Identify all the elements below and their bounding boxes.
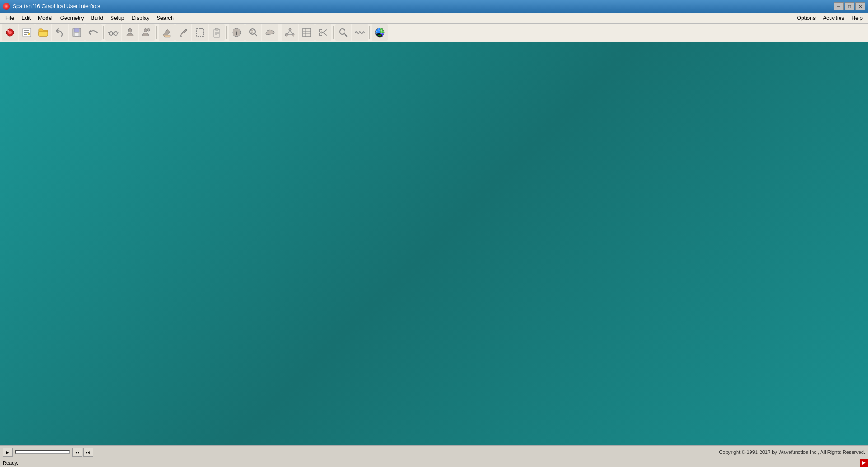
back-icon xyxy=(55,27,65,38)
molecule3d-button[interactable] xyxy=(282,24,298,41)
menu-right: Options Activities Help xyxy=(793,14,866,22)
wave-icon xyxy=(355,27,365,38)
magnifier-icon xyxy=(248,27,259,38)
copyright-text: Copyright © 1991-2017 by Wavefunction In… xyxy=(719,449,865,455)
menu-options[interactable]: Options xyxy=(793,14,819,22)
status-text: Ready. xyxy=(3,460,18,466)
svg-marker-55 xyxy=(862,461,866,465)
window-title: Spartan '16 Graphical User Interface xyxy=(13,3,100,9)
maximize-button[interactable]: □ xyxy=(845,2,854,10)
title-bar: Spartan '16 Graphical User Interface ─ □… xyxy=(0,0,868,13)
grid-button[interactable] xyxy=(299,24,315,41)
close-button[interactable]: ✕ xyxy=(855,2,865,10)
toolbar-sep-6 xyxy=(369,26,370,39)
status-flag-icon xyxy=(860,459,868,467)
toolbar-sep-2 xyxy=(156,26,157,39)
menu-bar: File Edit Model Geometry Build Setup Dis… xyxy=(0,13,868,24)
svg-text:i: i xyxy=(236,30,237,36)
pen-icon xyxy=(178,27,189,38)
svg-point-42 xyxy=(319,29,322,32)
menu-setup[interactable]: Setup xyxy=(107,13,128,23)
person2-icon xyxy=(141,27,152,38)
svg-rect-8 xyxy=(74,28,79,32)
new-doc-button[interactable] xyxy=(2,24,18,41)
search-button[interactable] xyxy=(335,24,351,41)
globe-icon xyxy=(374,27,385,38)
svg-point-15 xyxy=(128,28,132,32)
svg-point-41 xyxy=(319,33,322,36)
person1-icon xyxy=(125,27,135,38)
globe-button[interactable] xyxy=(372,24,388,41)
edit-icon xyxy=(21,27,32,38)
cloud-button[interactable] xyxy=(262,24,278,41)
molecule3d-icon xyxy=(285,27,295,38)
svg-point-29 xyxy=(251,30,253,32)
playback-controls: ▶ ⏮ ⏭ xyxy=(3,448,93,457)
eraser-icon xyxy=(161,27,172,38)
menu-model[interactable]: Model xyxy=(34,13,56,23)
folder-icon xyxy=(38,27,49,38)
save-icon xyxy=(71,27,82,38)
svg-line-44 xyxy=(322,32,327,36)
status-bar-wrapper: Ready. xyxy=(0,458,868,467)
app-icon xyxy=(3,3,10,10)
menu-edit[interactable]: Edit xyxy=(18,13,34,23)
toolbar: i xyxy=(0,24,868,42)
menu-activities[interactable]: Activities xyxy=(819,14,848,22)
svg-rect-19 xyxy=(196,29,204,36)
menu-display[interactable]: Display xyxy=(128,13,153,23)
svg-point-17 xyxy=(147,28,150,31)
folder-button[interactable] xyxy=(35,24,51,41)
svg-point-11 xyxy=(114,32,117,35)
svg-line-34 xyxy=(290,30,293,35)
menu-geometry[interactable]: Geometry xyxy=(56,13,88,23)
person2-button[interactable] xyxy=(139,24,155,41)
clipboard-icon xyxy=(211,27,222,38)
toolbar-sep-5 xyxy=(333,26,334,39)
new-doc-icon xyxy=(5,27,15,38)
select-icon xyxy=(195,27,205,38)
clipboard-button[interactable] xyxy=(209,24,225,41)
info-icon: i xyxy=(231,27,242,38)
svg-point-16 xyxy=(144,29,147,32)
wave-button[interactable] xyxy=(352,24,368,41)
save-button[interactable] xyxy=(69,24,85,41)
toolbar-sep-3 xyxy=(226,26,227,39)
title-bar-left: Spartan '16 Graphical User Interface xyxy=(3,3,100,10)
info-button[interactable]: i xyxy=(229,24,245,41)
svg-rect-9 xyxy=(75,33,79,36)
scissors-button[interactable] xyxy=(315,24,331,41)
eraser-button[interactable] xyxy=(159,24,175,41)
select-button[interactable] xyxy=(192,24,208,41)
magnifier-button[interactable] xyxy=(245,24,261,41)
menu-help[interactable]: Help xyxy=(848,14,866,22)
toolbar-sep-1 xyxy=(103,26,104,39)
title-buttons[interactable]: ─ □ ✕ xyxy=(834,2,865,10)
pen-button[interactable] xyxy=(175,24,191,41)
undo-icon xyxy=(88,27,99,38)
menu-search[interactable]: Search xyxy=(153,13,177,23)
svg-point-10 xyxy=(109,32,113,35)
prev-frame-button[interactable]: ⏮ xyxy=(72,448,82,457)
svg-rect-36 xyxy=(303,28,311,37)
play-button[interactable]: ▶ xyxy=(3,448,13,457)
flag-icon xyxy=(861,460,867,466)
glasses-button[interactable] xyxy=(105,24,121,41)
svg-line-33 xyxy=(287,30,290,35)
next-frame-button[interactable]: ⏭ xyxy=(83,448,93,457)
person1-button[interactable] xyxy=(122,24,138,41)
svg-line-28 xyxy=(255,34,257,37)
edit-button[interactable] xyxy=(19,24,35,41)
main-canvas[interactable] xyxy=(0,42,868,445)
svg-point-2 xyxy=(7,30,9,32)
menu-file[interactable]: File xyxy=(2,13,18,23)
minimize-button[interactable]: ─ xyxy=(834,2,844,10)
menu-build[interactable]: Build xyxy=(87,13,107,23)
toolbar-sep-4 xyxy=(280,26,280,39)
svg-rect-21 xyxy=(215,28,218,30)
scissors-icon xyxy=(318,27,329,38)
undo-button[interactable] xyxy=(85,24,102,41)
cloud-icon xyxy=(265,27,275,38)
back-button[interactable] xyxy=(52,24,68,41)
progress-bar[interactable] xyxy=(15,450,70,454)
